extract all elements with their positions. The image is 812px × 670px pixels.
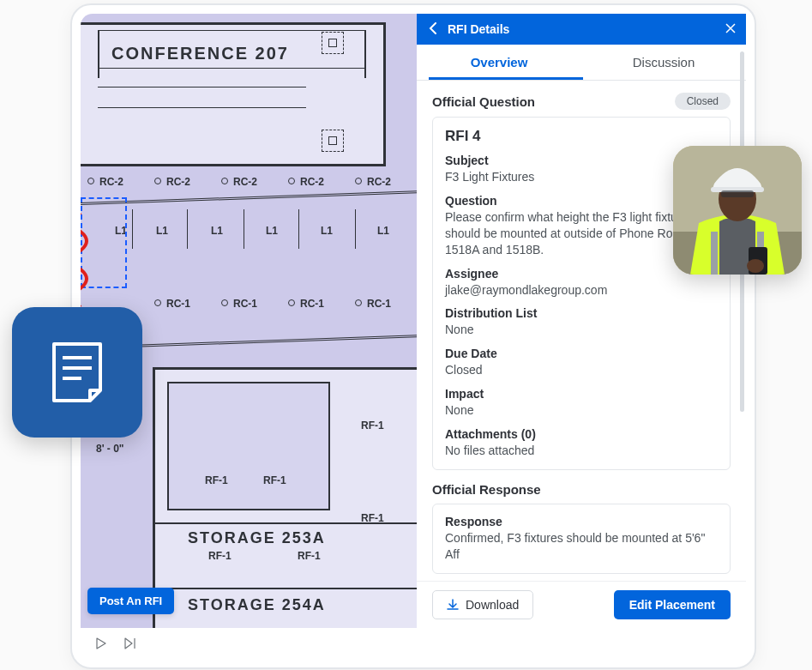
post-rfi-button[interactable]: Post An RFI: [87, 588, 174, 614]
device-frame: CONFERENCE 207 RC-2 RC-2 RC-2 RC-2: [70, 3, 756, 669]
close-icon[interactable]: [725, 21, 736, 37]
document-icon: [44, 339, 111, 406]
player-toolbar: [81, 628, 746, 659]
download-button[interactable]: Download: [432, 590, 533, 619]
conference-label: CONFERENCE 207: [111, 44, 289, 63]
tab-discussion[interactable]: Discussion: [581, 45, 746, 80]
svg-rect-10: [721, 190, 754, 197]
room-storage: RF-1 RF-1 RF-1 RF-1 STORAGE 253A RF-1 RF…: [153, 367, 417, 628]
assignee-value: jlake@raymondlakegroup.com: [445, 282, 718, 299]
skip-forward-icon[interactable]: [123, 637, 137, 650]
back-icon[interactable]: [429, 22, 437, 37]
markup-redline: [81, 213, 89, 307]
storage-b-label: STORAGE 254A: [188, 596, 326, 614]
tab-overview[interactable]: Overview: [417, 45, 581, 80]
svg-rect-6: [711, 232, 718, 275]
edit-placement-button[interactable]: Edit Placement: [614, 590, 731, 619]
worker-photo: [673, 146, 802, 275]
official-response-heading: Official Response: [432, 482, 731, 497]
floating-doc-card[interactable]: [12, 307, 142, 438]
rfi-title: RFI 4: [445, 128, 718, 145]
rfi-tabs: Overview Discussion: [417, 45, 746, 81]
storage-a-label: STORAGE 253A: [188, 529, 326, 547]
status-badge: Closed: [675, 93, 731, 110]
rfi-footer: Download Edit Placement: [417, 581, 746, 628]
download-icon: [447, 599, 459, 611]
response-card: Response Confirmed, F3 fixtures should b…: [432, 504, 731, 574]
official-question-heading: Official Question: [432, 94, 535, 109]
rfi-panel-header: RFI Details: [417, 14, 746, 45]
rfi-details-panel: RFI Details Overview Discussion Official…: [417, 14, 746, 628]
play-icon[interactable]: [94, 637, 108, 650]
response-value: Confirmed, F3 fixtures should be mounted…: [445, 530, 718, 563]
panel-title: RFI Details: [448, 22, 509, 36]
svg-point-12: [747, 259, 764, 273]
floating-user-avatar[interactable]: [673, 146, 802, 275]
room-conference: CONFERENCE 207: [81, 22, 386, 166]
